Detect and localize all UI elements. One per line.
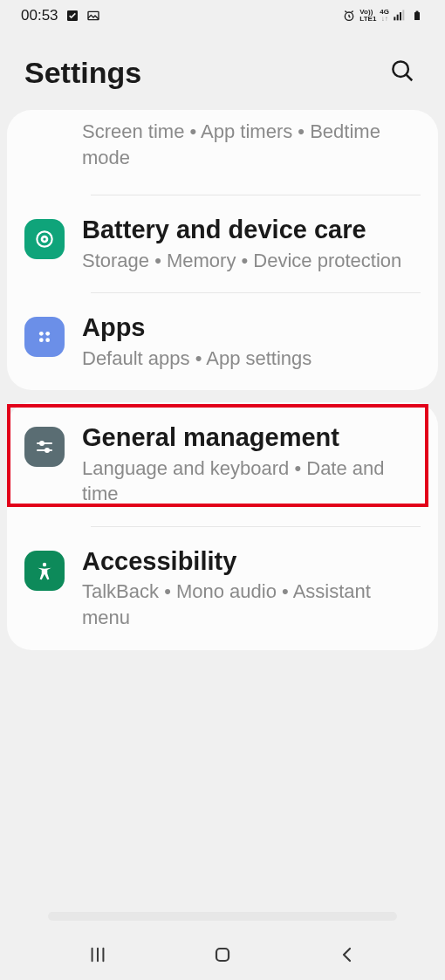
svg-rect-3 bbox=[394, 17, 395, 20]
item-title: Apps bbox=[82, 312, 421, 343]
svg-rect-5 bbox=[400, 12, 401, 20]
settings-group: Screen time • App timers • Bedtime mode … bbox=[7, 110, 438, 390]
image-status-icon bbox=[86, 9, 100, 23]
device-care-icon bbox=[24, 219, 65, 259]
nav-recents-button[interactable] bbox=[72, 937, 124, 972]
svg-rect-8 bbox=[416, 11, 419, 13]
svg-rect-6 bbox=[402, 10, 404, 20]
item-subtitle: Screen time • App timers • Bedtime mode bbox=[82, 119, 421, 170]
settings-item-battery-device-care[interactable]: Battery and device care Storage • Memory… bbox=[7, 195, 438, 292]
settings-item-apps[interactable]: Apps Default apps • App settings bbox=[7, 292, 438, 390]
nav-back-button[interactable] bbox=[321, 937, 373, 972]
svg-point-15 bbox=[45, 332, 50, 336]
battery-icon bbox=[410, 9, 424, 23]
home-icon bbox=[212, 944, 233, 965]
navigation-bar bbox=[0, 929, 445, 980]
settings-group: General management Language and keyboard… bbox=[7, 402, 438, 649]
svg-point-19 bbox=[40, 442, 44, 445]
item-subtitle: Default apps • App settings bbox=[82, 346, 421, 372]
volte-indicator: Vo)) LTE1 bbox=[359, 9, 376, 23]
svg-point-21 bbox=[45, 449, 49, 452]
svg-rect-26 bbox=[216, 949, 229, 961]
svg-point-9 bbox=[393, 61, 408, 77]
recents-icon bbox=[87, 945, 108, 964]
settings-item-accessibility[interactable]: Accessibility TalkBack • Mono audio • As… bbox=[7, 526, 438, 650]
svg-rect-7 bbox=[414, 12, 420, 20]
accessibility-icon bbox=[24, 551, 65, 591]
alarm-icon bbox=[342, 9, 356, 23]
item-title: General management bbox=[82, 421, 421, 453]
item-title: Battery and device care bbox=[82, 214, 421, 245]
nav-home-button[interactable] bbox=[196, 937, 249, 972]
general-management-icon bbox=[24, 427, 65, 467]
status-bar: 00:53 Vo)) LTE1 4G ↓↑ bbox=[0, 0, 445, 31]
network-gen-indicator: 4G ↓↑ bbox=[380, 9, 389, 23]
svg-point-14 bbox=[39, 332, 44, 336]
settings-item-general-management[interactable]: General management Language and keyboard… bbox=[7, 402, 438, 526]
checkbox-status-icon bbox=[65, 9, 79, 23]
svg-point-22 bbox=[43, 563, 46, 566]
svg-line-10 bbox=[407, 75, 413, 81]
svg-point-16 bbox=[39, 339, 44, 343]
page-title: Settings bbox=[24, 56, 141, 90]
back-icon bbox=[337, 944, 358, 965]
svg-point-17 bbox=[45, 339, 50, 343]
svg-rect-4 bbox=[397, 15, 399, 21]
item-subtitle: Storage • Memory • Device protection bbox=[82, 248, 421, 274]
signal-icon bbox=[393, 9, 407, 23]
svg-point-13 bbox=[43, 238, 45, 241]
status-time: 00:53 bbox=[21, 7, 58, 24]
scroll-indicator bbox=[48, 912, 397, 921]
search-button[interactable] bbox=[384, 52, 421, 93]
settings-header: Settings bbox=[0, 31, 445, 110]
settings-item-digital-wellbeing[interactable]: Screen time • App timers • Bedtime mode bbox=[7, 110, 438, 195]
apps-icon bbox=[24, 317, 65, 357]
item-title: Accessibility bbox=[82, 545, 421, 577]
search-icon bbox=[389, 58, 415, 84]
item-subtitle: TalkBack • Mono audio • Assistant menu bbox=[82, 579, 421, 630]
item-subtitle: Language and keyboard • Date and time bbox=[82, 456, 421, 507]
